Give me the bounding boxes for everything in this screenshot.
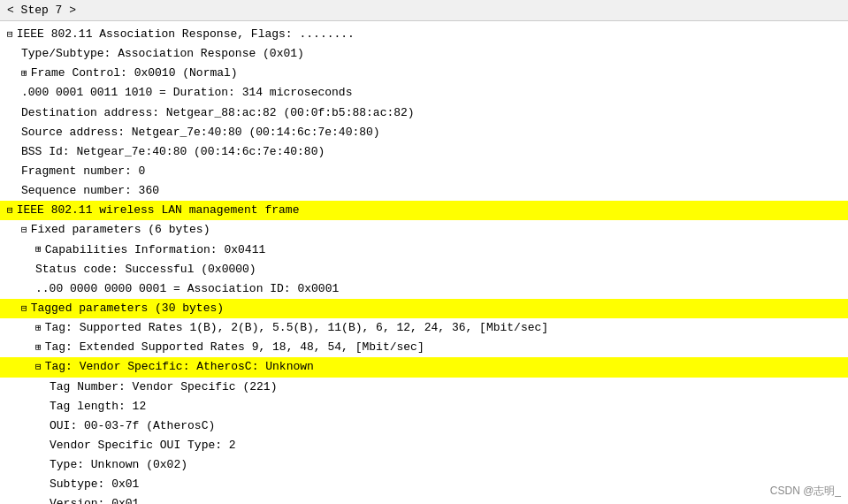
line-text: Tag length: 12 <box>50 398 146 416</box>
tree-line-l21: OUI: 00-03-7f (AtherosC) <box>0 416 848 436</box>
line-text: Tag: Supported Rates 1(B), 2(B), 5.5(B),… <box>45 319 549 337</box>
line-text: IEEE 802.11 Association Response, Flags:… <box>17 26 355 43</box>
line-text: Tag: Vendor Specific: AtherosC: Unknown <box>45 358 314 376</box>
tree-line-l24: Subtype: 0x01 <box>0 475 848 494</box>
expand-icon[interactable]: ⊞ <box>35 321 42 336</box>
tree-line-l9: Sequence number: 360 <box>0 181 848 201</box>
tree-view: ⊟IEEE 802.11 Association Response, Flags… <box>0 21 848 504</box>
line-text: Fragment number: 0 <box>21 163 145 180</box>
watermark: CSDN @志明_ <box>770 484 841 499</box>
line-text: Tag: Extended Supported Rates 9, 18, 48,… <box>45 339 424 356</box>
line-text: Version: 0x01 <box>50 495 139 504</box>
line-text: Destination address: Netgear_88:ac:82 (0… <box>21 104 415 122</box>
line-text: Source address: Netgear_7e:40:80 (00:14:… <box>21 124 380 141</box>
collapse-icon[interactable]: ⊟ <box>35 360 42 375</box>
step-header: < Step 7 > <box>0 0 848 21</box>
expand-icon[interactable]: ⊞ <box>35 340 42 355</box>
line-text: OUI: 00-03-7f (AtherosC) <box>50 417 215 435</box>
tree-line-l8: Fragment number: 0 <box>0 162 848 181</box>
line-text: Fixed parameters (6 bytes) <box>31 221 210 239</box>
tree-line-l11[interactable]: ⊟Fixed parameters (6 bytes) <box>0 220 848 240</box>
tree-line-l5: Destination address: Netgear_88:ac:82 (0… <box>0 103 848 123</box>
line-text: Sequence number: 360 <box>21 182 159 200</box>
collapse-icon[interactable]: ⊟ <box>7 27 13 42</box>
collapse-icon[interactable]: ⊟ <box>7 203 13 218</box>
line-text: Tagged parameters (30 bytes) <box>31 300 224 317</box>
tree-line-l18[interactable]: ⊟Tag: Vendor Specific: AtherosC: Unknown <box>0 357 848 377</box>
line-text: Tag Number: Vendor Specific (221) <box>50 378 277 396</box>
tree-line-l20: Tag length: 12 <box>0 397 848 416</box>
tree-line-l6: Source address: Netgear_7e:40:80 (00:14:… <box>0 123 848 142</box>
tree-line-l4: .000 0001 0011 1010 = Duration: 314 micr… <box>0 83 848 103</box>
tree-line-l14: ..00 0000 0000 0001 = Association ID: 0x… <box>0 279 848 299</box>
line-text: Frame Control: 0x0010 (Normal) <box>31 65 238 82</box>
tree-line-l10[interactable]: ⊟IEEE 802.11 wireless LAN management fra… <box>0 201 848 220</box>
line-text: .000 0001 0011 1010 = Duration: 314 micr… <box>21 84 352 102</box>
line-text: Vendor Specific OUI Type: 2 <box>50 437 236 454</box>
tree-line-l17[interactable]: ⊞Tag: Extended Supported Rates 9, 18, 48… <box>0 338 848 357</box>
tree-line-l1[interactable]: ⊟IEEE 802.11 Association Response, Flags… <box>0 25 848 44</box>
line-text: Subtype: 0x01 <box>50 476 139 493</box>
tree-line-l12[interactable]: ⊞Capabilities Information: 0x0411 <box>0 241 848 260</box>
tree-line-l25: Version: 0x01 <box>0 494 848 504</box>
line-text: Type: Unknown (0x02) <box>50 456 187 474</box>
tree-line-l7: BSS Id: Netgear_7e:40:80 (00:14:6c:7e:40… <box>0 142 848 162</box>
collapse-icon[interactable]: ⊟ <box>21 302 27 317</box>
tree-line-l19: Tag Number: Vendor Specific (221) <box>0 378 848 397</box>
line-text: Status code: Successful (0x0000) <box>35 261 256 279</box>
expand-icon[interactable]: ⊞ <box>35 242 42 257</box>
tree-line-l3[interactable]: ⊞Frame Control: 0x0010 (Normal) <box>0 64 848 83</box>
line-text: Type/Subtype: Association Response (0x01… <box>21 45 304 63</box>
line-text: ..00 0000 0000 0001 = Association ID: 0x… <box>35 280 339 298</box>
expand-icon[interactable]: ⊞ <box>21 66 27 81</box>
tree-line-l16[interactable]: ⊞Tag: Supported Rates 1(B), 2(B), 5.5(B)… <box>0 318 848 338</box>
main-container: < Step 7 > ⊟IEEE 802.11 Association Resp… <box>0 0 848 504</box>
collapse-icon[interactable]: ⊟ <box>21 223 27 238</box>
line-text: IEEE 802.11 wireless LAN management fram… <box>17 202 300 219</box>
tree-line-l22: Vendor Specific OUI Type: 2 <box>0 436 848 455</box>
tree-line-l2: Type/Subtype: Association Response (0x01… <box>0 44 848 64</box>
line-text: Capabilities Information: 0x0411 <box>45 241 266 259</box>
tree-line-l15[interactable]: ⊟Tagged parameters (30 bytes) <box>0 299 848 318</box>
tree-line-l13: Status code: Successful (0x0000) <box>0 260 848 279</box>
line-text: BSS Id: Netgear_7e:40:80 (00:14:6c:7e:40… <box>21 143 325 161</box>
tree-line-l23: Type: Unknown (0x02) <box>0 455 848 475</box>
